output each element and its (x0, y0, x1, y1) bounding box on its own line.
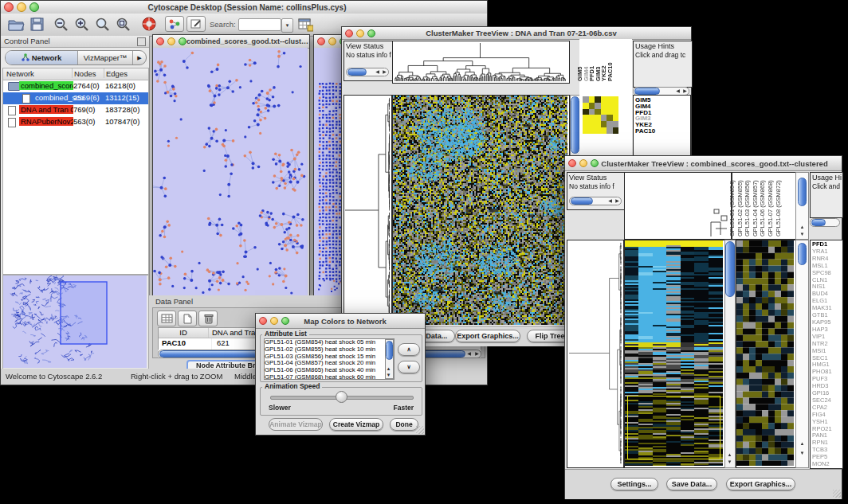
scroll-right-icon[interactable]: ▶ (381, 68, 388, 75)
network-tree-row[interactable]: combined_scores2764(0)16218(0) (3, 80, 148, 92)
tab-network[interactable]: Network (6, 51, 78, 64)
column-header-edges[interactable]: Edges (104, 68, 128, 78)
minimize-icon[interactable] (328, 37, 336, 45)
tv2-heatmap[interactable] (624, 240, 725, 468)
heatmap-column-label[interactable]: GPL51-07 (GSM868) (767, 180, 774, 236)
scroll-up-icon[interactable]: ▲ (799, 224, 806, 230)
save-icon[interactable] (29, 17, 45, 32)
scroll-down-icon[interactable]: ▼ (726, 459, 733, 465)
minimize-icon[interactable] (17, 2, 26, 12)
network-tree-row[interactable]: RNAPuberNov2+I563(0)107847(0) (3, 116, 148, 128)
heatmap-column-label[interactable]: GPL51-03 (GSM856) (744, 180, 751, 236)
scroll-down-icon[interactable]: ▼ (799, 450, 806, 456)
gene-label[interactable]: PAC10 (634, 128, 690, 135)
heatmap-column-label[interactable]: GPL51-01 (GSM854) (728, 180, 736, 236)
zoom-in-icon[interactable] (74, 17, 89, 32)
network-tree-row[interactable]: combined_sco2569(6)13112(15) (3, 92, 148, 104)
scroll-up-icon[interactable]: ▲ (385, 365, 392, 372)
minimize-icon[interactable] (167, 37, 175, 45)
new-attribute-button[interactable] (178, 311, 197, 326)
tv2-settings----button[interactable]: Settings... (610, 478, 658, 490)
resize-grip[interactable] (416, 426, 424, 434)
done-button[interactable]: Done (390, 418, 418, 431)
open-file-icon[interactable] (7, 17, 25, 32)
attribute-list-vscrollbar[interactable]: ▲ ▼ (385, 339, 394, 379)
network-canvas[interactable] (153, 48, 308, 295)
main-titlebar[interactable]: Cytoscape Desktop (Session Name: collins… (1, 1, 487, 14)
scroll-up-icon[interactable]: ▲ (799, 440, 806, 447)
close-icon[interactable] (345, 29, 353, 37)
gene-label[interactable]: MON2 (812, 461, 842, 468)
network-view-tool-button[interactable] (165, 16, 184, 32)
scroll-right-icon[interactable]: ▶ (614, 197, 621, 204)
scroll-right-icon[interactable]: ▶ (473, 350, 481, 357)
scroll-right-icon[interactable]: ▶ (681, 88, 689, 94)
close-icon[interactable] (259, 317, 267, 325)
float-panel-icon[interactable] (137, 37, 146, 46)
tv2-status-scrollbar[interactable]: ◀ ▶ (569, 197, 622, 205)
close-icon[interactable] (4, 2, 14, 12)
zoom-window-icon[interactable] (179, 37, 186, 45)
tv2-gene-vscrollbar[interactable]: ▲ ▼ (795, 240, 809, 468)
delete-attribute-button[interactable] (198, 311, 218, 326)
scroll-left-icon[interactable]: ◀ (374, 68, 381, 75)
tv2-row-dendrogram[interactable] (567, 240, 624, 468)
tab-vizmapper[interactable]: VizMapper™ (78, 51, 132, 64)
id-column-header[interactable]: ID (159, 328, 209, 338)
tv1-export-graphics----button[interactable]: Export Graphics... (455, 330, 520, 342)
zoom-selected-icon[interactable] (95, 17, 110, 32)
import-table-icon[interactable] (297, 17, 313, 32)
tv1-row-dendrogram[interactable] (344, 95, 392, 327)
network-overview-canvas[interactable] (3, 275, 147, 368)
column-header-network[interactable]: Network (5, 68, 34, 78)
scroll-left-icon[interactable]: ◀ (607, 197, 614, 204)
tab-overflow-arrow[interactable]: ▶ (132, 51, 146, 64)
scroll-left-icon[interactable]: ◀ (674, 88, 681, 94)
move-up-button[interactable]: ∧ (398, 343, 420, 356)
scroll-up-icon[interactable]: ▲ (726, 451, 733, 458)
attribute-select-button[interactable] (157, 311, 176, 326)
move-down-button[interactable]: ∨ (398, 361, 420, 373)
attribute-list[interactable]: GPL51-01 (GSM854) heat shock 05 minGPL51… (264, 338, 395, 380)
dialog-titlebar[interactable]: Map Colors to Network (256, 314, 425, 329)
close-icon[interactable] (156, 37, 164, 45)
zoom-window-icon[interactable] (281, 317, 289, 325)
close-icon[interactable] (317, 37, 325, 45)
search-dropdown-button[interactable]: ▼ (281, 18, 293, 33)
zoom-window-icon[interactable] (591, 159, 599, 167)
zoom-fit-icon[interactable] (116, 17, 131, 32)
tv2-zoom-heatmap[interactable] (736, 240, 796, 468)
heatmap-column-label[interactable]: GPL51-02 (GSM855) (736, 180, 744, 236)
scroll-left-icon[interactable]: ◀ (465, 350, 473, 357)
annotation-tool-button[interactable] (186, 16, 206, 32)
tv2-usage-scrollbar[interactable] (810, 218, 840, 227)
animate-vizmap-button[interactable]: Animate Vizmap (269, 418, 323, 431)
heatmap-column-label[interactable]: GPL51-04 (GSM857) (752, 180, 759, 236)
minimize-icon[interactable] (579, 159, 587, 167)
matrix-column-label[interactable]: PAC10 (607, 62, 614, 81)
minimize-icon[interactable] (356, 29, 364, 37)
zoom-window-icon[interactable] (29, 2, 39, 12)
heatmap-column-label[interactable]: GPL51-06 (GSM865) (759, 180, 766, 236)
search-input[interactable] (238, 18, 281, 31)
scroll-down-icon[interactable]: ▼ (385, 372, 392, 378)
close-icon[interactable] (568, 159, 576, 167)
minimize-icon[interactable] (270, 317, 278, 325)
tv2-save-data----button[interactable]: Save Data... (666, 478, 717, 490)
resize-grip[interactable] (833, 490, 841, 498)
tv2-column-dendrogram[interactable] (624, 172, 732, 240)
help-lifering-icon[interactable] (141, 16, 157, 32)
tv2-export-graphics----button[interactable]: Export Graphics... (726, 478, 795, 490)
scroll-down-icon[interactable]: ▼ (799, 231, 806, 237)
tv1-titlebar[interactable]: ClusterMaker TreeView : DNA and Tran 07-… (342, 27, 691, 40)
column-header-nodes[interactable]: Nodes (72, 68, 96, 78)
zoom-out-icon[interactable] (53, 17, 69, 32)
speed-slider-thumb[interactable] (336, 391, 347, 403)
tv2-titlebar[interactable]: ClusterMaker TreeView : combined_scores_… (565, 156, 842, 171)
tv2-heatmap-vscrollbar[interactable]: ▲ ▼ (724, 240, 736, 468)
tv1-heatmap[interactable] (392, 95, 570, 327)
attribute-list-item[interactable]: GPL51-07 (GSM868) heat shock 60 min (265, 374, 394, 380)
network-view-titlebar[interactable]: combined_scores_good.txt--cluste... (153, 35, 309, 49)
heatmap-column-label[interactable]: GPL51-08 (GSM872) (775, 180, 782, 236)
tv2-collabel-vscrollbar[interactable]: ▲ ▼ (795, 172, 809, 240)
